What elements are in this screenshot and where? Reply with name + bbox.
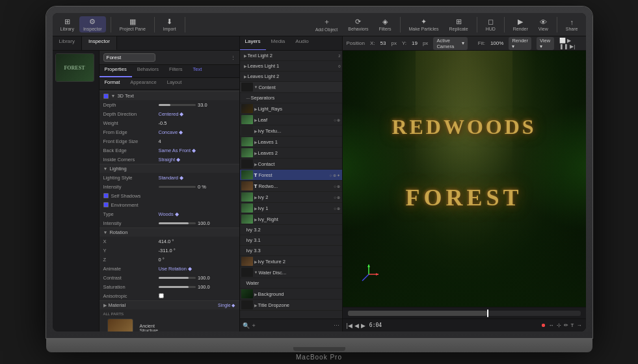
layer-forest[interactable]: T Forest ○ ⊕ ✦ xyxy=(240,170,342,181)
layer-background[interactable]: ▶ Background xyxy=(240,289,342,300)
layer-separators[interactable]: — Separators xyxy=(240,93,342,103)
panel-tab-inspector[interactable]: Inspector xyxy=(82,36,117,50)
layer-water-disc[interactable]: ▼ Water Disc... xyxy=(240,267,342,278)
layer-text-light-2[interactable]: ▶ Text Light 2 2 xyxy=(240,51,342,61)
record-button[interactable]: ⏺ xyxy=(541,322,546,328)
back-edge-value[interactable]: Same As Front ◆ xyxy=(159,148,235,153)
layer-ivy-3-3[interactable]: Ivy 3.3 xyxy=(240,246,342,256)
active-camera-button[interactable]: Active Camera ▾ xyxy=(433,37,467,50)
canvas-controls[interactable]: ⬜ ▶ ❚❚ ▶| xyxy=(559,38,581,49)
sub-tab-behaviors[interactable]: Behaviors xyxy=(132,65,164,77)
layer-title-dropzone[interactable]: ▶ Title Dropzone xyxy=(240,300,342,311)
layer-leaf[interactable]: ▶ Leaf ○ ⊕ xyxy=(240,114,342,125)
sub-sub-tab-layout[interactable]: Layout xyxy=(162,78,187,89)
inspector-button[interactable]: ⚙ Inspector xyxy=(79,16,106,32)
environment-checkbox[interactable] xyxy=(103,202,109,207)
section-material[interactable]: ▶ Material Single ◆ xyxy=(100,300,239,309)
import-button[interactable]: ⬇ Import xyxy=(159,16,180,32)
sub-tab-properties[interactable]: Properties xyxy=(100,65,132,77)
animate-value[interactable]: Use Rotation ◆ xyxy=(159,266,235,272)
timeline-bar[interactable] xyxy=(348,311,581,316)
sub-tab-text[interactable]: Text xyxy=(187,65,207,77)
intensity-slider-track[interactable] xyxy=(159,186,196,188)
add-object-button[interactable]: ＋ Add Object xyxy=(312,16,342,33)
y-value[interactable]: 19 xyxy=(412,40,418,46)
layer-ivy-3-2[interactable]: Ivy 3.2 xyxy=(240,225,342,235)
section-rotation[interactable]: ▼ Rotation xyxy=(100,228,239,237)
contrast-track[interactable] xyxy=(159,277,196,279)
tool-4[interactable]: T xyxy=(571,322,574,328)
layer-leaves-light-2[interactable]: ▶ Leaves Light 2 xyxy=(240,72,342,82)
layer-arrow: ▶ xyxy=(254,140,258,144)
filters-button[interactable]: ◈ Filters xyxy=(375,16,395,32)
layer-options[interactable]: ⋯ xyxy=(334,322,339,329)
add-layer-icon[interactable]: + xyxy=(252,322,256,329)
lighting-style-value[interactable]: Standard ◆ xyxy=(159,175,235,181)
type-value[interactable]: Woods ◆ xyxy=(159,211,235,217)
material-thumbnail[interactable] xyxy=(107,318,133,332)
layer-water[interactable]: Water xyxy=(240,278,342,289)
depth-direction-value[interactable]: Centered ◆ xyxy=(159,111,235,117)
saturation-track[interactable] xyxy=(159,286,196,288)
canvas-bottom-toolbar: |◀ ◀ ▶ 6:04 ⏺ ↔ ⊹ ✏ T xyxy=(343,318,586,332)
tool-1[interactable]: ↔ xyxy=(549,322,554,328)
layer-contact[interactable]: ▶ Contact xyxy=(240,159,342,170)
env-intensity-value: 100.0 xyxy=(198,220,235,226)
anisotropic-checkbox[interactable] xyxy=(159,293,164,298)
panel-tab-library[interactable]: Library xyxy=(53,36,82,50)
tab-media[interactable]: Media xyxy=(266,36,291,50)
timeline-playhead[interactable] xyxy=(487,309,488,317)
play-backwards-button[interactable]: ◀ xyxy=(354,322,359,329)
view-btn[interactable]: View ▾ xyxy=(537,37,554,50)
tab-audio[interactable]: Audio xyxy=(290,36,313,50)
section-3d-text[interactable]: ▼ 3D Text xyxy=(100,91,239,100)
object-name-input[interactable] xyxy=(103,53,155,62)
section-lighting[interactable]: ▼ Lighting xyxy=(100,164,239,173)
play-button[interactable]: ▶ xyxy=(361,322,366,329)
go-to-start-button[interactable]: |◀ xyxy=(347,322,352,329)
sub-sub-tab-format[interactable]: Format xyxy=(100,78,126,89)
hud-button[interactable]: ◻ HUD xyxy=(482,16,499,32)
share-button[interactable]: ↑ Share xyxy=(562,17,582,32)
layer-leaves-2[interactable]: ▶ Leaves 2 xyxy=(240,148,342,159)
project-pane-button[interactable]: ▦ Project Pane xyxy=(116,16,150,32)
tab-layers[interactable]: Layers xyxy=(240,36,266,50)
layer-ivy-right[interactable]: ▶ Ivy_Right xyxy=(240,214,342,225)
x-value[interactable]: 53 xyxy=(380,40,386,46)
layer-arrow: ▶ xyxy=(244,74,247,79)
inside-corners-value[interactable]: Straight ◆ xyxy=(159,157,235,162)
sub-tab-filters[interactable]: Filters xyxy=(164,65,187,77)
tool-3[interactable]: ✏ xyxy=(564,322,568,328)
layer-leaves-1[interactable]: ▶ Leaves 1 xyxy=(240,136,342,148)
render-button[interactable]: ▶ Render xyxy=(509,16,532,32)
layer-leaves-light-1[interactable]: ▶ Leaves Light 1 0 xyxy=(240,61,342,72)
from-edge-value[interactable]: Concave ◆ xyxy=(159,129,235,135)
tool-2[interactable]: ⊹ xyxy=(557,322,561,328)
replicate-button[interactable]: ⊞ Replicate xyxy=(445,16,472,32)
zoom-icon[interactable]: 🔍 xyxy=(243,322,250,329)
layer-ivy-1[interactable]: ▶ Ivy 1 ○ ⊕ xyxy=(240,203,342,214)
tool-5[interactable]: → xyxy=(577,322,582,328)
behaviors-button[interactable]: ⟳ Behaviors xyxy=(344,16,372,32)
layer-ivy-texture[interactable]: ▶ Ivy Textu... xyxy=(240,125,342,136)
layer-name: Water xyxy=(246,280,341,286)
layer-redwood[interactable]: T Redwo... ○ ⊕ xyxy=(240,181,342,192)
layer-content[interactable]: ▼ Content xyxy=(240,82,342,93)
self-shadows-checkbox[interactable] xyxy=(103,193,109,198)
render-btn[interactable]: Render ▾ xyxy=(509,37,531,50)
sub-sub-tab-appearance[interactable]: Appearance xyxy=(125,78,161,89)
env-intensity-track[interactable] xyxy=(159,222,196,224)
macbook-label: MacBook Pro xyxy=(46,354,592,361)
3d-text-checkbox[interactable] xyxy=(103,94,109,99)
layer-light-rays[interactable]: ▶ Light_Rays xyxy=(240,103,342,114)
fit-value[interactable]: 100% xyxy=(490,40,503,46)
layer-ivy-3-1[interactable]: Ivy 3.1 xyxy=(240,235,342,246)
layer-arrow: ▶ xyxy=(254,303,258,307)
depth-slider-track[interactable] xyxy=(159,104,196,106)
layer-ivy-2[interactable]: ▶ Ivy 2 ○ ⊕ xyxy=(240,192,342,203)
library-button[interactable]: ⊞ Library xyxy=(57,16,78,32)
rot-y-value: -311.0 ° xyxy=(159,248,235,254)
make-particles-button[interactable]: ✦ Make Particles xyxy=(405,16,443,32)
layer-ivy-texture-2[interactable]: ▶ Ivy Texture 2 xyxy=(240,256,342,267)
view-button[interactable]: 👁 View xyxy=(535,17,552,32)
